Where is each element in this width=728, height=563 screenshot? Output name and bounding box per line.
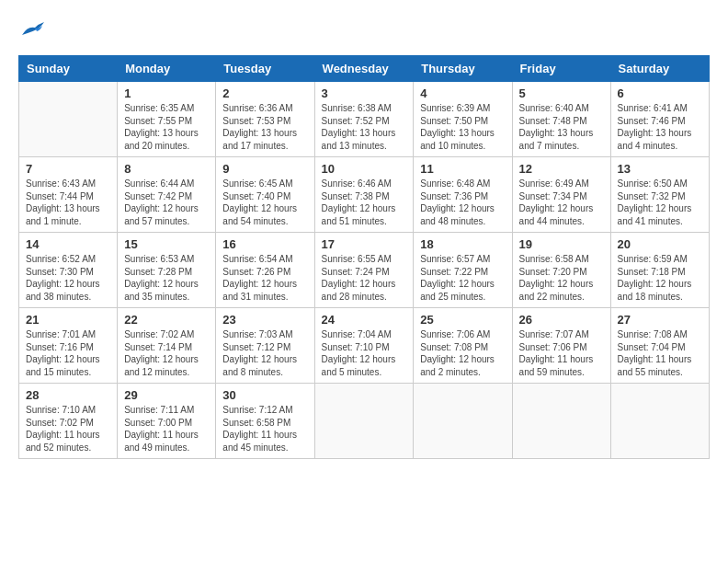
calendar-cell: 5Sunrise: 6:40 AM Sunset: 7:48 PM Daylig… bbox=[512, 82, 610, 157]
calendar-cell bbox=[414, 384, 512, 459]
day-info: Sunrise: 6:36 AM Sunset: 7:53 PM Dayligh… bbox=[222, 102, 307, 152]
day-number: 30 bbox=[222, 388, 307, 402]
calendar-table: SundayMondayTuesdayWednesdayThursdayFrid… bbox=[18, 55, 710, 459]
logo-icon bbox=[18, 18, 46, 40]
calendar-cell: 26Sunrise: 7:07 AM Sunset: 7:06 PM Dayli… bbox=[512, 308, 610, 384]
calendar-body: 1Sunrise: 6:35 AM Sunset: 7:55 PM Daylig… bbox=[19, 82, 710, 459]
day-number: 25 bbox=[420, 313, 505, 327]
day-number: 21 bbox=[26, 313, 110, 327]
day-number: 28 bbox=[26, 388, 110, 402]
day-number: 1 bbox=[124, 86, 209, 100]
day-number: 13 bbox=[618, 162, 702, 176]
calendar-cell: 1Sunrise: 6:35 AM Sunset: 7:55 PM Daylig… bbox=[118, 82, 216, 157]
day-info: Sunrise: 6:52 AM Sunset: 7:30 PM Dayligh… bbox=[26, 253, 110, 303]
calendar-cell: 11Sunrise: 6:48 AM Sunset: 7:36 PM Dayli… bbox=[414, 157, 512, 233]
day-number: 29 bbox=[124, 388, 209, 402]
day-info: Sunrise: 6:54 AM Sunset: 7:26 PM Dayligh… bbox=[222, 253, 307, 303]
day-number: 9 bbox=[222, 162, 307, 176]
calendar-cell: 6Sunrise: 6:41 AM Sunset: 7:46 PM Daylig… bbox=[610, 82, 709, 157]
day-number: 24 bbox=[322, 313, 407, 327]
calendar-cell: 23Sunrise: 7:03 AM Sunset: 7:12 PM Dayli… bbox=[216, 308, 314, 384]
day-info: Sunrise: 6:41 AM Sunset: 7:46 PM Dayligh… bbox=[618, 102, 702, 152]
day-number: 4 bbox=[420, 86, 505, 100]
calendar-cell: 4Sunrise: 6:39 AM Sunset: 7:50 PM Daylig… bbox=[414, 82, 512, 157]
calendar-cell: 14Sunrise: 6:52 AM Sunset: 7:30 PM Dayli… bbox=[19, 233, 118, 308]
day-info: Sunrise: 6:49 AM Sunset: 7:34 PM Dayligh… bbox=[519, 178, 604, 227]
day-info: Sunrise: 6:53 AM Sunset: 7:28 PM Dayligh… bbox=[124, 253, 209, 303]
day-number: 5 bbox=[519, 86, 604, 100]
calendar-week-4: 28Sunrise: 7:10 AM Sunset: 7:02 PM Dayli… bbox=[19, 384, 710, 459]
calendar-cell: 8Sunrise: 6:44 AM Sunset: 7:42 PM Daylig… bbox=[118, 157, 216, 233]
calendar-cell: 22Sunrise: 7:02 AM Sunset: 7:14 PM Dayli… bbox=[118, 308, 216, 384]
day-number: 22 bbox=[124, 313, 209, 327]
day-info: Sunrise: 6:40 AM Sunset: 7:48 PM Dayligh… bbox=[519, 102, 604, 152]
day-info: Sunrise: 7:03 AM Sunset: 7:12 PM Dayligh… bbox=[222, 328, 307, 378]
calendar-cell bbox=[610, 384, 709, 459]
calendar-week-2: 14Sunrise: 6:52 AM Sunset: 7:30 PM Dayli… bbox=[19, 233, 710, 308]
calendar-week-3: 21Sunrise: 7:01 AM Sunset: 7:16 PM Dayli… bbox=[19, 308, 710, 384]
weekday-header-wednesday: Wednesday bbox=[314, 56, 414, 82]
day-info: Sunrise: 7:06 AM Sunset: 7:08 PM Dayligh… bbox=[420, 328, 505, 378]
weekday-header-row: SundayMondayTuesdayWednesdayThursdayFrid… bbox=[19, 56, 710, 82]
calendar-cell: 16Sunrise: 6:54 AM Sunset: 7:26 PM Dayli… bbox=[216, 233, 314, 308]
day-number: 8 bbox=[124, 162, 209, 176]
calendar-cell: 24Sunrise: 7:04 AM Sunset: 7:10 PM Dayli… bbox=[314, 308, 414, 384]
day-number: 10 bbox=[322, 162, 407, 176]
calendar-cell: 13Sunrise: 6:50 AM Sunset: 7:32 PM Dayli… bbox=[610, 157, 709, 233]
day-info: Sunrise: 7:01 AM Sunset: 7:16 PM Dayligh… bbox=[26, 328, 110, 378]
day-number: 2 bbox=[222, 86, 307, 100]
day-number: 6 bbox=[618, 86, 702, 100]
weekday-header-friday: Friday bbox=[512, 56, 610, 82]
day-info: Sunrise: 6:50 AM Sunset: 7:32 PM Dayligh… bbox=[618, 178, 702, 227]
day-info: Sunrise: 6:45 AM Sunset: 7:40 PM Dayligh… bbox=[222, 178, 307, 227]
weekday-header-saturday: Saturday bbox=[610, 56, 709, 82]
day-number: 18 bbox=[420, 237, 505, 251]
day-info: Sunrise: 6:38 AM Sunset: 7:52 PM Dayligh… bbox=[322, 102, 407, 152]
day-number: 19 bbox=[519, 237, 604, 251]
day-info: Sunrise: 7:12 AM Sunset: 6:58 PM Dayligh… bbox=[222, 404, 307, 454]
day-info: Sunrise: 6:39 AM Sunset: 7:50 PM Dayligh… bbox=[420, 102, 505, 152]
calendar-cell: 29Sunrise: 7:11 AM Sunset: 7:00 PM Dayli… bbox=[118, 384, 216, 459]
calendar-cell: 9Sunrise: 6:45 AM Sunset: 7:40 PM Daylig… bbox=[216, 157, 314, 233]
day-info: Sunrise: 6:57 AM Sunset: 7:22 PM Dayligh… bbox=[420, 253, 505, 303]
day-info: Sunrise: 6:55 AM Sunset: 7:24 PM Dayligh… bbox=[322, 253, 407, 303]
calendar-cell: 28Sunrise: 7:10 AM Sunset: 7:02 PM Dayli… bbox=[19, 384, 118, 459]
calendar-cell: 15Sunrise: 6:53 AM Sunset: 7:28 PM Dayli… bbox=[118, 233, 216, 308]
calendar-cell: 3Sunrise: 6:38 AM Sunset: 7:52 PM Daylig… bbox=[314, 82, 414, 157]
day-number: 3 bbox=[322, 86, 407, 100]
calendar-cell: 21Sunrise: 7:01 AM Sunset: 7:16 PM Dayli… bbox=[19, 308, 118, 384]
calendar-cell: 27Sunrise: 7:08 AM Sunset: 7:04 PM Dayli… bbox=[610, 308, 709, 384]
calendar-cell: 17Sunrise: 6:55 AM Sunset: 7:24 PM Dayli… bbox=[314, 233, 414, 308]
calendar-cell: 10Sunrise: 6:46 AM Sunset: 7:38 PM Dayli… bbox=[314, 157, 414, 233]
day-number: 23 bbox=[222, 313, 307, 327]
day-info: Sunrise: 6:58 AM Sunset: 7:20 PM Dayligh… bbox=[519, 253, 604, 303]
day-number: 26 bbox=[519, 313, 604, 327]
day-number: 12 bbox=[519, 162, 604, 176]
weekday-header-tuesday: Tuesday bbox=[216, 56, 314, 82]
logo bbox=[18, 18, 50, 40]
day-number: 27 bbox=[618, 313, 702, 327]
day-number: 17 bbox=[322, 237, 407, 251]
day-info: Sunrise: 7:04 AM Sunset: 7:10 PM Dayligh… bbox=[322, 328, 407, 378]
day-info: Sunrise: 6:48 AM Sunset: 7:36 PM Dayligh… bbox=[420, 178, 505, 227]
weekday-header-thursday: Thursday bbox=[414, 56, 512, 82]
calendar-cell: 20Sunrise: 6:59 AM Sunset: 7:18 PM Dayli… bbox=[610, 233, 709, 308]
day-number: 15 bbox=[124, 237, 209, 251]
calendar-cell: 30Sunrise: 7:12 AM Sunset: 6:58 PM Dayli… bbox=[216, 384, 314, 459]
day-number: 7 bbox=[26, 162, 110, 176]
calendar-header: SundayMondayTuesdayWednesdayThursdayFrid… bbox=[19, 56, 710, 82]
day-info: Sunrise: 7:10 AM Sunset: 7:02 PM Dayligh… bbox=[26, 404, 110, 454]
calendar-cell: 12Sunrise: 6:49 AM Sunset: 7:34 PM Dayli… bbox=[512, 157, 610, 233]
day-number: 20 bbox=[618, 237, 702, 251]
day-info: Sunrise: 7:07 AM Sunset: 7:06 PM Dayligh… bbox=[519, 328, 604, 378]
weekday-header-sunday: Sunday bbox=[19, 56, 118, 82]
calendar-week-0: 1Sunrise: 6:35 AM Sunset: 7:55 PM Daylig… bbox=[19, 82, 710, 157]
calendar-cell bbox=[512, 384, 610, 459]
calendar-week-1: 7Sunrise: 6:43 AM Sunset: 7:44 PM Daylig… bbox=[19, 157, 710, 233]
day-number: 14 bbox=[26, 237, 110, 251]
day-info: Sunrise: 7:11 AM Sunset: 7:00 PM Dayligh… bbox=[124, 404, 209, 454]
calendar-cell: 19Sunrise: 6:58 AM Sunset: 7:20 PM Dayli… bbox=[512, 233, 610, 308]
calendar-cell: 7Sunrise: 6:43 AM Sunset: 7:44 PM Daylig… bbox=[19, 157, 118, 233]
day-info: Sunrise: 6:59 AM Sunset: 7:18 PM Dayligh… bbox=[618, 253, 702, 303]
day-info: Sunrise: 6:35 AM Sunset: 7:55 PM Dayligh… bbox=[124, 102, 209, 152]
